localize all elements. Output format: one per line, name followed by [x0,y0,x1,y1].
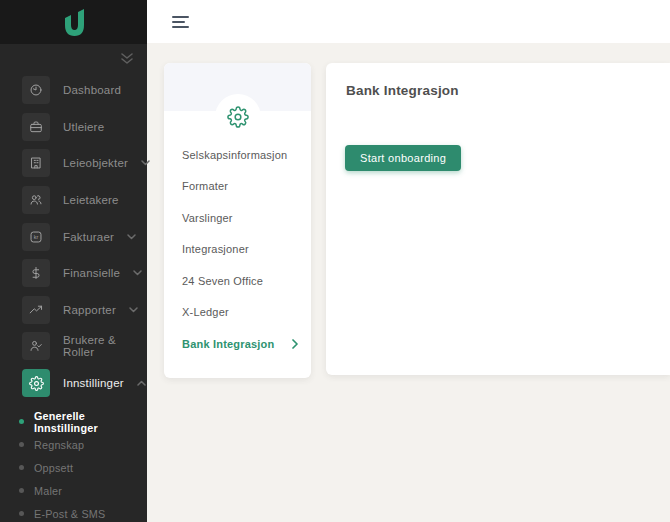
gear-icon [22,369,50,397]
settings-gear-badge [215,94,261,140]
building-icon [22,149,50,177]
settings-menu-item-bank-integrasjon[interactable]: Bank Integrasjon [164,328,311,360]
logo-area [0,0,147,44]
brand-logo-icon [62,7,86,37]
start-onboarding-button[interactable]: Start onboarding [345,145,461,171]
sidebar-collapse-row [0,44,147,72]
sidebar-item-utleiere[interactable]: Utleiere [0,109,147,146]
svg-text:kr: kr [34,234,39,240]
dollar-icon [22,259,50,287]
submenu-item-label: E-Post & SMS [34,508,105,520]
submenu-item-generelle-innstillinger[interactable]: Generelle Innstillinger [0,410,147,433]
submenu-item-regnskap[interactable]: Regnskap [0,433,147,456]
sidebar-item-dashboard[interactable]: Dashboard [0,72,147,109]
settings-menu-item-integrasjoner[interactable]: Integrasjoner [164,234,311,266]
clock-icon [22,76,50,104]
topbar [147,0,670,43]
sidebar-item-leietakere[interactable]: Leietakere [0,182,147,219]
people-icon [22,186,50,214]
menu-toggle-icon[interactable] [172,15,190,29]
settings-menu-card: Selskapsinformasjon Formater Varslinger … [164,63,311,378]
sidebar-item-finansielle[interactable]: Finansielle [0,255,147,292]
chevron-down-icon [129,307,138,313]
trend-icon [22,296,50,324]
sidebar-item-leieobjekter[interactable]: Leieobjekter [0,145,147,182]
panel-title: Bank Integrasjon [326,63,670,98]
sidebar-item-label: Innstillinger [63,377,124,389]
settings-menu-item-varslinger[interactable]: Varslinger [164,202,311,234]
settings-menu-item-formater[interactable]: Formater [164,171,311,203]
settings-menu-item-24-seven-office[interactable]: 24 Seven Office [164,265,311,297]
innstillinger-submenu: Generelle Innstillinger Regnskap Oppsett… [0,401,147,522]
chevron-down-icon [141,160,150,166]
sidebar-item-label: Fakturaer [63,231,114,243]
double-chevron-down-icon[interactable] [120,52,134,65]
bullet-dot [19,488,24,493]
submenu-item-label: Maler [34,485,62,497]
submenu-item-epost-sms[interactable]: E-Post & SMS [0,502,147,522]
settings-menu-item-selskapsinformasjon[interactable]: Selskapsinformasjon [164,139,311,171]
submenu-item-maler[interactable]: Maler [0,479,147,502]
chevron-right-icon [292,339,298,349]
submenu-item-label: Generelle Innstillinger [34,410,147,434]
submenu-item-label: Regnskap [34,439,84,451]
sidebar-item-brukere-roller[interactable]: Brukere & Roller [0,328,147,365]
content-area: Selskapsinformasjon Formater Varslinger … [147,43,670,522]
sidebar-nav: Dashboard Utleiere Leieobjekter Leietake… [0,72,147,401]
sidebar-item-label: Utleiere [63,121,104,133]
sidebar-item-label: Rapporter [63,304,116,316]
sidebar-item-label: Finansielle [63,267,120,279]
settings-menu-item-x-ledger[interactable]: X-Ledger [164,297,311,329]
sidebar-item-fakturaer[interactable]: kr Fakturaer [0,218,147,255]
sidebar-item-rapporter[interactable]: Rapporter [0,292,147,329]
sidebar-item-innstillinger[interactable]: Innstillinger [0,365,147,402]
bullet-dot [19,442,24,447]
invoice-kr-icon: kr [22,223,50,251]
sidebar-item-label: Leieobjekter [63,157,128,169]
submenu-item-label: Oppsett [34,462,73,474]
briefcase-icon [22,113,50,141]
submenu-item-oppsett[interactable]: Oppsett [0,456,147,479]
bullet-dot [19,419,24,424]
chevron-up-icon [137,380,146,386]
user-check-icon [22,332,50,360]
bullet-dot [19,465,24,470]
chevron-down-icon [133,270,142,276]
sidebar-item-label: Brukere & Roller [63,334,135,358]
sidebar-item-label: Dashboard [63,84,121,96]
bullet-dot [19,511,24,516]
settings-menu-item-label: Bank Integrasjon [182,338,274,350]
chevron-down-icon [127,234,136,240]
sidebar-item-label: Leietakere [63,194,119,206]
settings-menu-list: Selskapsinformasjon Formater Varslinger … [164,139,311,360]
sidebar: Dashboard Utleiere Leieobjekter Leietake… [0,0,147,522]
gear-icon [227,106,249,128]
bank-integration-panel: Bank Integrasjon Start onboarding [326,63,670,375]
